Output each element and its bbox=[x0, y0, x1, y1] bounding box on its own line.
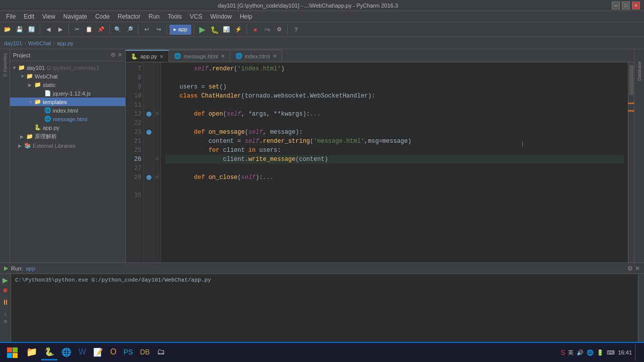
close-button[interactable]: ✕ bbox=[632, 2, 640, 10]
run-settings-icon[interactable]: ⚙ bbox=[627, 265, 633, 272]
tree-item-webchat[interactable]: ▼ 📁 WebChat bbox=[10, 72, 125, 80]
taskbar-folder[interactable]: 📁 bbox=[23, 344, 40, 360]
menu-help[interactable]: Help bbox=[236, 12, 257, 21]
tab-apppy-close[interactable]: ✕ bbox=[159, 54, 164, 59]
code-line-23: def on_message(self, message): bbox=[165, 128, 624, 137]
menu-refactor[interactable]: Refactor bbox=[114, 12, 144, 21]
nav-bar: day101 › WebChat › app.py bbox=[0, 37, 644, 49]
database-tab[interactable]: Database bbox=[636, 59, 643, 83]
message-html-icon: 🌐 bbox=[44, 116, 51, 122]
tree-item-index-html[interactable]: 🌐 index.html bbox=[10, 106, 125, 115]
copy-button[interactable]: 📋 bbox=[84, 24, 95, 35]
redo-button[interactable]: ↪ bbox=[153, 24, 164, 35]
taskbar-network[interactable]: 🌐 bbox=[587, 349, 594, 356]
cut-button[interactable]: ✂ bbox=[71, 24, 83, 35]
tab-message-html[interactable]: 🌐 message.html ✕ bbox=[169, 50, 230, 62]
code-editor[interactable]: 7 8 9 10 11 12 22 23 21 25 26 27 28 35 bbox=[126, 62, 634, 262]
tree-item-message-html[interactable]: 🌐 message.html bbox=[10, 115, 125, 123]
code-line-25: for client in users: bbox=[165, 146, 624, 155]
db-icon: DB bbox=[140, 348, 149, 356]
project-panel-settings[interactable]: ⚙ bbox=[111, 52, 116, 58]
project-panel-close[interactable]: ✕ bbox=[118, 52, 122, 58]
menu-edit[interactable]: Edit bbox=[20, 12, 38, 21]
run-play-btn[interactable]: ▶ bbox=[3, 276, 8, 284]
right-panel-strip: Database bbox=[634, 49, 644, 262]
menu-navigate[interactable]: Navigate bbox=[59, 12, 91, 21]
taskbar-files[interactable]: 🗂 bbox=[154, 344, 168, 360]
profile-button[interactable]: ⚡ bbox=[233, 24, 244, 35]
back-button[interactable]: ◀ bbox=[43, 24, 54, 35]
save-all-button[interactable]: 💾 bbox=[14, 24, 25, 35]
taskbar-orange[interactable]: O bbox=[107, 344, 119, 360]
tree-item-jquery[interactable]: 📄 jquery-1.12.4.js bbox=[10, 89, 125, 98]
run-config-label[interactable]: ▸ app bbox=[170, 25, 191, 35]
menu-bar: File Edit View Navigate Code Refactor Ru… bbox=[0, 11, 644, 22]
menu-view[interactable]: View bbox=[38, 12, 59, 21]
project-panel-title: Project bbox=[13, 52, 30, 58]
stop-button[interactable]: ■ bbox=[250, 24, 261, 35]
tab-index-icon: 🌐 bbox=[235, 53, 243, 59]
ant-button[interactable]: 🐜 bbox=[262, 24, 273, 35]
find-button[interactable]: 🔍 bbox=[112, 24, 123, 35]
debug-button[interactable]: 🐛 bbox=[209, 24, 220, 35]
nav-apppy[interactable]: app.py bbox=[57, 40, 73, 46]
tab-message-close[interactable]: ✕ bbox=[221, 53, 225, 59]
external-icon: 📚 bbox=[24, 142, 31, 149]
minimize-button[interactable]: ─ bbox=[612, 2, 620, 10]
favorites-icon[interactable]: 2: Favorites bbox=[3, 53, 8, 77]
tree-item-apppy[interactable]: 🐍 app.py bbox=[10, 123, 125, 132]
taskbar-note[interactable]: 📝 bbox=[90, 344, 106, 360]
tree-item-yuanli[interactable]: ▶ 📁 原理解析 bbox=[10, 132, 125, 141]
run-button[interactable]: ▶ bbox=[197, 24, 208, 35]
menu-code[interactable]: Code bbox=[91, 12, 114, 21]
taskbar-word[interactable]: W bbox=[75, 344, 89, 360]
code-line-21: content = self.render_string('message.ht… bbox=[165, 137, 624, 146]
code-content[interactable]: self.render('index.html') users = set() … bbox=[161, 62, 628, 262]
run-scroll-btn[interactable]: ↓ bbox=[4, 310, 7, 316]
nav-webchat[interactable]: WebChat bbox=[28, 40, 51, 46]
code-line-27 bbox=[165, 164, 624, 173]
menu-tools[interactable]: Tools bbox=[164, 12, 186, 21]
project-button[interactable]: 📂 bbox=[2, 24, 13, 35]
tab-index-html[interactable]: 🌐 index.html ✕ bbox=[230, 50, 282, 62]
tree-item-templates[interactable]: ▼ 📁 templates bbox=[10, 98, 125, 106]
tab-index-close[interactable]: ✕ bbox=[273, 53, 277, 59]
code-line-9: users = set() bbox=[165, 82, 624, 92]
taskbar-show-desktop[interactable] bbox=[635, 344, 638, 360]
find-class-button[interactable]: 🔎 bbox=[124, 24, 135, 35]
tree-item-static[interactable]: ▶ 📁 static bbox=[10, 80, 125, 89]
taskbar-pycharm[interactable]: 🐍 bbox=[41, 344, 57, 360]
nav-day101[interactable]: day101 bbox=[4, 40, 22, 46]
toolbar-sep-3 bbox=[109, 25, 110, 35]
settings-button[interactable]: ⚙ bbox=[274, 24, 285, 35]
tab-apppy[interactable]: 🐍 app.py ✕ bbox=[126, 50, 169, 62]
run-stop-btn[interactable]: ■ bbox=[3, 286, 7, 294]
menu-vcs[interactable]: VCS bbox=[186, 12, 206, 21]
start-button[interactable] bbox=[2, 343, 22, 361]
taskbar-ps[interactable]: PS bbox=[121, 344, 136, 360]
taskbar-s-icon: S bbox=[560, 348, 565, 356]
menu-window[interactable]: Window bbox=[206, 12, 236, 21]
menu-run[interactable]: Run bbox=[144, 12, 164, 21]
taskbar-db[interactable]: DB bbox=[137, 344, 152, 360]
project-panel-header: Project ⚙ ✕ bbox=[10, 49, 125, 61]
paste-button[interactable]: 📌 bbox=[96, 24, 107, 35]
tree-item-external[interactable]: ▶ 📚 External Libraries bbox=[10, 141, 125, 150]
undo-button[interactable]: ↩ bbox=[141, 24, 152, 35]
help-button[interactable]: ? bbox=[290, 24, 301, 35]
toolbar-sep-1 bbox=[40, 25, 40, 35]
maximize-button[interactable]: □ bbox=[622, 2, 630, 10]
run-close-icon[interactable]: ✕ bbox=[635, 265, 640, 272]
bottom-scrollbar[interactable] bbox=[638, 274, 644, 350]
synchronize-button[interactable]: 🔄 bbox=[26, 24, 37, 35]
tree-item-day101[interactable]: ▼ 📁 day101 G:\python_code\day1 bbox=[10, 63, 125, 72]
taskbar-explorer[interactable]: 🌐 bbox=[58, 344, 74, 360]
menu-file[interactable]: File bbox=[2, 12, 20, 21]
coverage-button[interactable]: 📊 bbox=[221, 24, 232, 35]
editor-scrollbar[interactable] bbox=[628, 62, 634, 262]
forward-button[interactable]: ▶ bbox=[55, 24, 66, 35]
jquery-icon: 📄 bbox=[44, 90, 51, 97]
taskbar-volume[interactable]: 🔊 bbox=[577, 349, 584, 356]
run-pause-btn[interactable]: ⏸ bbox=[2, 298, 9, 306]
run-filter-btn[interactable]: ≡ bbox=[4, 318, 7, 324]
